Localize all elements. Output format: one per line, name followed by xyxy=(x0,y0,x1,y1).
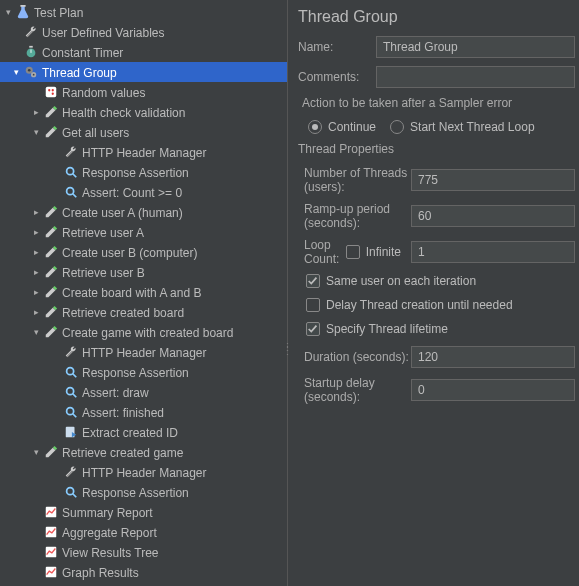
tree-item-test-plan[interactable]: ▾ Test Plan xyxy=(0,2,287,22)
tree-label: Response Assertion xyxy=(82,165,189,180)
tree-item-random-values[interactable]: Random values xyxy=(0,82,287,102)
tree-item-http-header[interactable]: HTTP Header Manager xyxy=(0,342,287,362)
tree-label: Assert: finished xyxy=(82,405,164,420)
tree-label: Constant Timer xyxy=(42,45,123,60)
radio-icon xyxy=(390,120,404,134)
tree-panel[interactable]: ▾ Test Plan User Defined Variables Const… xyxy=(0,0,288,586)
comments-input[interactable] xyxy=(376,66,575,88)
tree-item-assert-finished[interactable]: Assert: finished xyxy=(0,402,287,422)
thread-props-label: Thread Properties xyxy=(298,142,575,156)
tree-label: Create user A (human) xyxy=(62,205,183,220)
tree-label: HTTP Header Manager xyxy=(82,465,207,480)
checkbox-same-user[interactable]: Same user on each iteration xyxy=(306,274,575,288)
chevron-down-icon[interactable]: ▾ xyxy=(2,6,14,18)
tree-item-retrieve-user-a[interactable]: ▸ Retrieve user A xyxy=(0,222,287,242)
num-threads-label: Number of Threads (users): xyxy=(298,166,411,194)
tree-item-create-user-a[interactable]: ▸ Create user A (human) xyxy=(0,202,287,222)
tree-item-retrieve-board[interactable]: ▸ Retrieve created board xyxy=(0,302,287,322)
tree-item-http-header[interactable]: HTTP Header Manager xyxy=(0,462,287,482)
radio-continue[interactable]: Continue xyxy=(308,120,376,134)
panel-title: Thread Group xyxy=(298,8,575,26)
chevron-right-icon[interactable]: ▸ xyxy=(30,266,42,278)
checkbox-icon xyxy=(306,298,320,312)
tree-item-constant-timer[interactable]: Constant Timer xyxy=(0,42,287,62)
checkbox-delay-creation[interactable]: Delay Thread creation until needed xyxy=(306,298,575,312)
tree-item-response-assert[interactable]: Response Assertion xyxy=(0,482,287,502)
tree-item-retrieve-user-b[interactable]: ▸ Retrieve user B xyxy=(0,262,287,282)
duration-label: Duration (seconds): xyxy=(298,350,411,364)
dropper-icon xyxy=(43,224,59,240)
tree-label: Assert: draw xyxy=(82,385,149,400)
config-panel: Thread Group Name: Comments: Action to b… xyxy=(288,0,579,586)
checkbox-label: Delay Thread creation until needed xyxy=(326,298,513,312)
checkbox-infinite[interactable]: Infinite xyxy=(346,245,401,259)
loop-count-input[interactable] xyxy=(411,241,575,263)
radio-label: Continue xyxy=(328,120,376,134)
tree-item-extract-id[interactable]: Extract created ID xyxy=(0,422,287,442)
checkbox-icon xyxy=(346,245,360,259)
tree-label: View Results Tree xyxy=(62,545,159,560)
tree-item-assert-draw[interactable]: Assert: draw xyxy=(0,382,287,402)
chevron-down-icon[interactable]: ▾ xyxy=(10,66,22,78)
tree-label: Response Assertion xyxy=(82,485,189,500)
tree-item-http-header[interactable]: HTTP Header Manager xyxy=(0,142,287,162)
radio-label: Start Next Thread Loop xyxy=(410,120,535,134)
tree-label: User Defined Variables xyxy=(42,25,165,40)
tree-item-create-game[interactable]: ▾ Create game with created board xyxy=(0,322,287,342)
tree-item-user-vars[interactable]: User Defined Variables xyxy=(0,22,287,42)
name-input[interactable] xyxy=(376,36,575,58)
chevron-right-icon[interactable]: ▸ xyxy=(30,286,42,298)
tree-item-view-results[interactable]: View Results Tree xyxy=(0,542,287,562)
chevron-right-icon[interactable]: ▸ xyxy=(30,306,42,318)
chevron-right-icon[interactable]: ▸ xyxy=(30,246,42,258)
splitter-handle[interactable]: ⋮⋮ xyxy=(282,345,294,353)
wrench-icon xyxy=(63,144,79,160)
chevron-right-icon[interactable]: ▸ xyxy=(30,106,42,118)
tree-item-thread-group[interactable]: ▾ Thread Group xyxy=(0,62,287,82)
tree-label: Get all users xyxy=(62,125,129,140)
dropper-icon xyxy=(43,284,59,300)
tree-label: Create board with A and B xyxy=(62,285,201,300)
chevron-down-icon[interactable]: ▾ xyxy=(30,446,42,458)
chart-icon xyxy=(43,504,59,520)
timer-icon xyxy=(23,44,39,60)
tree-item-create-user-b[interactable]: ▸ Create user B (computer) xyxy=(0,242,287,262)
dropper-icon xyxy=(43,244,59,260)
startup-delay-input[interactable] xyxy=(411,379,575,401)
tree-item-create-board[interactable]: ▸ Create board with A and B xyxy=(0,282,287,302)
tree-item-health-check[interactable]: ▸ Health check validation xyxy=(0,102,287,122)
tree-item-get-all-users[interactable]: ▾ Get all users xyxy=(0,122,287,142)
chevron-right-icon[interactable]: ▸ xyxy=(30,206,42,218)
tree-item-graph-results[interactable]: Graph Results xyxy=(0,562,287,582)
tree-item-response-assert[interactable]: Response Assertion xyxy=(0,162,287,182)
magnifier-icon xyxy=(63,384,79,400)
chart-icon xyxy=(43,564,59,580)
chevron-down-icon[interactable]: ▾ xyxy=(30,126,42,138)
magnifier-icon xyxy=(63,484,79,500)
tree-item-retrieve-game[interactable]: ▾ Retrieve created game xyxy=(0,442,287,462)
tree-label: Create user B (computer) xyxy=(62,245,197,260)
chevron-down-icon[interactable]: ▾ xyxy=(30,326,42,338)
rampup-label: Ramp-up period (seconds): xyxy=(298,202,411,230)
tree-label: Aggregate Report xyxy=(62,525,157,540)
dropper-icon xyxy=(43,104,59,120)
radio-start-next[interactable]: Start Next Thread Loop xyxy=(390,120,535,134)
chevron-right-icon[interactable]: ▸ xyxy=(30,226,42,238)
tree-item-assert-count[interactable]: Assert: Count >= 0 xyxy=(0,182,287,202)
gears-icon xyxy=(23,64,39,80)
tree-label: Retrieve user B xyxy=(62,265,145,280)
duration-input[interactable] xyxy=(411,346,575,368)
beaker-icon xyxy=(15,4,31,20)
tree-item-aggregate-report[interactable]: Aggregate Report xyxy=(0,522,287,542)
checkbox-specify-lifetime[interactable]: Specify Thread lifetime xyxy=(306,322,575,336)
loop-count-label: Loop Count: xyxy=(298,238,346,266)
comments-label: Comments: xyxy=(298,70,376,84)
extract-icon xyxy=(63,424,79,440)
num-threads-input[interactable] xyxy=(411,169,575,191)
tree-item-response-assert[interactable]: Response Assertion xyxy=(0,362,287,382)
tree-item-summary-report[interactable]: Summary Report xyxy=(0,502,287,522)
name-label: Name: xyxy=(298,40,376,54)
rampup-input[interactable] xyxy=(411,205,575,227)
checkbox-icon xyxy=(306,322,320,336)
wrench-icon xyxy=(63,464,79,480)
